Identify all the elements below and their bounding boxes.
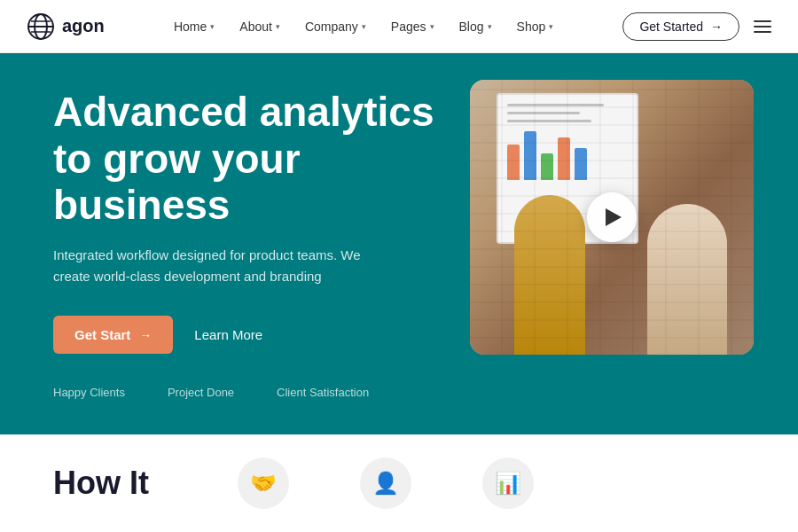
nav-item-shop[interactable]: Shop ▾ — [517, 20, 554, 34]
hero-title: Advanced analytics to grow your business — [53, 89, 461, 230]
stat-label-client-satisfaction: Client Satisfaction — [277, 386, 369, 399]
how-it-icon-chart: 📊 — [482, 458, 534, 509]
stat-label-happy-clients: Happy Clients — [53, 386, 125, 399]
nav-item-home[interactable]: Home ▾ — [174, 20, 215, 34]
chevron-down-icon: ▾ — [430, 22, 434, 31]
get-start-button[interactable]: Get Start → — [53, 316, 173, 354]
arrow-right-icon: → — [710, 20, 723, 34]
how-it-title: How It — [53, 465, 149, 502]
hero-section: Advanced analytics to grow your business… — [0, 53, 798, 434]
stat-happy-clients: Happy Clients — [53, 386, 125, 399]
hamburger-button[interactable] — [754, 20, 771, 33]
logo-icon — [27, 12, 55, 41]
play-icon — [606, 208, 622, 226]
hero-buttons: Get Start → Learn More — [53, 316, 461, 354]
stat-project-done: Project Done — [168, 386, 234, 399]
hero-image — [470, 80, 754, 355]
how-it-icon-user: 👤 — [360, 458, 411, 509]
get-started-nav-button[interactable]: Get Started → — [622, 12, 739, 41]
how-it-section: How It 🤝 👤 📊 — [0, 434, 798, 532]
logo-area: agon — [27, 12, 105, 41]
nav-item-company[interactable]: Company ▾ — [305, 20, 366, 34]
partnership-icon: 🤝 — [238, 458, 289, 509]
chart-icon: 📊 — [482, 458, 534, 509]
chevron-down-icon: ▾ — [549, 22, 553, 31]
person-left-graphic — [514, 195, 585, 355]
hero-content: Advanced analytics to grow your business… — [53, 89, 461, 400]
arrow-right-icon: → — [139, 328, 152, 342]
how-it-icons: 🤝 👤 📊 — [238, 458, 534, 509]
person-right-graphic — [647, 204, 727, 355]
how-it-icon-partnership: 🤝 — [238, 458, 289, 509]
chevron-down-icon: ▾ — [210, 22, 215, 31]
nav-item-pages[interactable]: Pages ▾ — [391, 20, 434, 34]
stat-client-satisfaction: Client Satisfaction — [277, 386, 369, 399]
navbar-right: Get Started → — [622, 12, 771, 41]
hero-stats: Happy Clients Project Done Client Satisf… — [53, 386, 461, 399]
hero-subtitle: Integrated workflow designed for product… — [53, 245, 390, 287]
learn-more-button[interactable]: Learn More — [194, 327, 262, 342]
user-icon: 👤 — [360, 458, 411, 509]
nav-item-blog[interactable]: Blog ▾ — [459, 20, 492, 34]
chevron-down-icon: ▾ — [276, 22, 280, 31]
chevron-down-icon: ▾ — [362, 22, 366, 31]
chevron-down-icon: ▾ — [488, 22, 492, 31]
stat-label-project-done: Project Done — [168, 386, 234, 399]
navbar: agon Home ▾ About ▾ Company ▾ Pages ▾ Bl… — [0, 0, 798, 53]
nav-item-about[interactable]: About ▾ — [239, 20, 280, 34]
nav-menu: Home ▾ About ▾ Company ▾ Pages ▾ Blog ▾ … — [174, 20, 553, 34]
logo-text: agon — [62, 16, 105, 36]
play-button[interactable] — [587, 192, 637, 242]
